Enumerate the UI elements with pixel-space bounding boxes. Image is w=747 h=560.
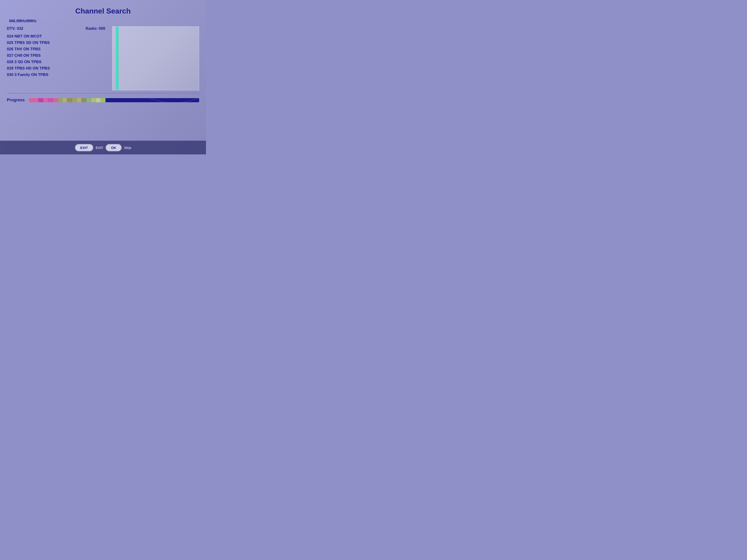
progress-label: Progress (7, 98, 25, 103)
bottom-bar: EXIT EXIT OK Skip (0, 141, 206, 154)
list-item: 028 3 SD ON TPBS (7, 59, 110, 65)
signal-lines (112, 27, 199, 90)
progress-segments-colored (29, 98, 105, 102)
left-panel: DTV: 032 Radio: 000 024 NBT ON MCOT 025 … (7, 26, 110, 90)
frequency-label: 666.0MHz/8MHz (9, 19, 199, 23)
progress-bar-container (29, 98, 199, 103)
list-item: 029 TPBS HD ON TPBS (7, 65, 110, 72)
list-item: 026 THV ON TPBS (7, 46, 110, 52)
progress-bar (29, 98, 199, 102)
list-item: 025 TPBS SD ON TPBS (7, 39, 110, 46)
skip-label: Skip (124, 146, 131, 150)
ok-button[interactable]: OK (105, 144, 122, 152)
dtv-count: DTV: 032 (7, 26, 23, 31)
exit-label: EXIT (96, 146, 103, 150)
list-item: 027 CH8 ON TPBS (7, 52, 110, 59)
signal-panel (112, 26, 199, 90)
exit-button[interactable]: EXIT (75, 144, 93, 152)
list-item: 030 3 Family ON TPBS (7, 72, 110, 78)
divider (7, 93, 199, 94)
radio-count: Radio: 000 (85, 26, 105, 31)
page-title: Channel Search (7, 7, 199, 15)
channel-list: 024 NBT ON MCOT 025 TPBS SD ON TPBS 026 … (7, 33, 110, 78)
list-item: 024 NBT ON MCOT (7, 33, 110, 39)
progress-filled (105, 98, 199, 102)
